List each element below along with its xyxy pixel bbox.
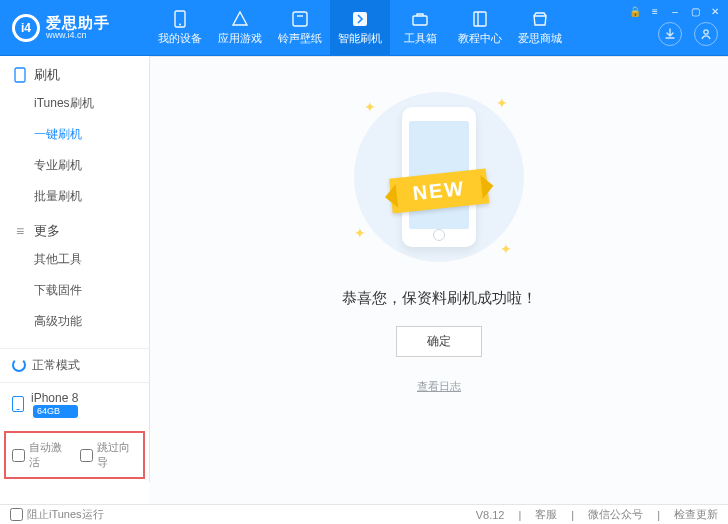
sidebar-item[interactable]: 批量刷机 — [34, 181, 149, 212]
nav-label: 智能刷机 — [338, 31, 382, 46]
header-right — [658, 22, 718, 46]
sidebar-group-title: 刷机 — [34, 66, 60, 84]
logo-text: 爱思助手 www.i4.cn — [46, 15, 110, 40]
device-storage: 64GB — [33, 405, 78, 418]
nav-item-music[interactable]: 铃声壁纸 — [270, 0, 330, 56]
svg-rect-5 — [474, 12, 486, 26]
logo-icon: i4 — [12, 14, 40, 42]
nav-item-book[interactable]: 教程中心 — [450, 0, 510, 56]
lock-icon[interactable]: 🔒 — [628, 4, 642, 18]
svg-point-6 — [704, 30, 708, 34]
sidebar-item[interactable]: 专业刷机 — [34, 150, 149, 181]
menu-icon[interactable]: ≡ — [648, 4, 662, 18]
device-text: iPhone 8 64GB — [31, 391, 78, 418]
flash-icon — [350, 10, 370, 28]
check-skip-guide[interactable]: 跳过向导 — [80, 440, 138, 470]
sidebar-footer: 正常模式 iPhone 8 64GB 自动激活 跳过向导 — [0, 348, 149, 482]
check-auto-activate[interactable]: 自动激活 — [12, 440, 70, 470]
statusbar-right: V8.12 | 客服 | 微信公众号 | 检查更新 — [476, 507, 718, 522]
check-block-itunes[interactable]: 阻止iTunes运行 — [10, 507, 104, 522]
statusbar: 阻止iTunes运行 V8.12 | 客服 | 微信公众号 | 检查更新 — [0, 504, 728, 524]
nav-item-apps[interactable]: 应用游戏 — [210, 0, 270, 56]
illustration: ✦✦✦✦ NEW — [334, 87, 544, 267]
nav: 我的设备应用游戏铃声壁纸智能刷机工具箱教程中心爱思商城 — [150, 0, 570, 56]
window-controls: 🔒 ≡ – ▢ ✕ — [628, 4, 722, 18]
nav-label: 教程中心 — [458, 31, 502, 46]
sidebar-item[interactable]: 一键刷机 — [34, 119, 149, 150]
link-support[interactable]: 客服 — [535, 507, 557, 522]
toolbox-icon — [410, 10, 430, 28]
nav-item-device[interactable]: 我的设备 — [150, 0, 210, 56]
sidebar-group-0: 刷机 — [0, 56, 149, 88]
store-icon — [530, 10, 550, 28]
more-icon: ≡ — [12, 223, 28, 239]
nav-label: 工具箱 — [404, 31, 437, 46]
nav-item-toolbox[interactable]: 工具箱 — [390, 0, 450, 56]
book-icon — [470, 10, 490, 28]
check-block-itunes-label: 阻止iTunes运行 — [27, 507, 104, 522]
account-button[interactable] — [694, 22, 718, 46]
nav-item-flash[interactable]: 智能刷机 — [330, 0, 390, 56]
device-icon — [170, 10, 190, 28]
main: ✦✦✦✦ NEW 恭喜您，保资料刷机成功啦！ 确定 查看日志 — [150, 56, 728, 504]
download-button[interactable] — [658, 22, 682, 46]
svg-rect-7 — [15, 68, 25, 82]
sidebar-item[interactable]: 下载固件 — [34, 275, 149, 306]
header: i4 爱思助手 www.i4.cn 我的设备应用游戏铃声壁纸智能刷机工具箱教程中… — [0, 0, 728, 56]
version-label: V8.12 — [476, 509, 505, 521]
sidebar-item[interactable]: iTunes刷机 — [34, 88, 149, 119]
bottom-checks: 自动激活 跳过向导 — [4, 431, 145, 479]
svg-point-1 — [179, 23, 181, 25]
phone-outline-icon — [12, 67, 28, 83]
ok-button[interactable]: 确定 — [396, 326, 482, 357]
user-icon — [700, 28, 712, 40]
link-wechat[interactable]: 微信公众号 — [588, 507, 643, 522]
device-row[interactable]: iPhone 8 64GB — [0, 382, 149, 426]
nav-item-store[interactable]: 爱思商城 — [510, 0, 570, 56]
check-auto-activate-label: 自动激活 — [29, 440, 70, 470]
success-message: 恭喜您，保资料刷机成功啦！ — [342, 289, 537, 308]
music-icon — [290, 10, 310, 28]
view-log-link[interactable]: 查看日志 — [417, 379, 461, 394]
sidebar-group-1: ≡更多 — [0, 212, 149, 244]
logo-url: www.i4.cn — [46, 31, 110, 40]
logo-brand: 爱思助手 — [46, 15, 110, 31]
device-name: iPhone 8 — [31, 391, 78, 405]
nav-label: 铃声壁纸 — [278, 31, 322, 46]
mode-label: 正常模式 — [32, 357, 80, 374]
link-update[interactable]: 检查更新 — [674, 507, 718, 522]
sidebar-item[interactable]: 高级功能 — [34, 306, 149, 337]
minimize-icon[interactable]: – — [668, 4, 682, 18]
nav-label: 爱思商城 — [518, 31, 562, 46]
svg-rect-2 — [293, 12, 307, 26]
mode-icon — [12, 358, 26, 372]
sidebar-item[interactable]: 其他工具 — [34, 244, 149, 275]
sidebar: 刷机iTunes刷机一键刷机专业刷机批量刷机≡更多其他工具下载固件高级功能 正常… — [0, 56, 150, 482]
sidebar-group-title: 更多 — [34, 222, 60, 240]
download-icon — [664, 28, 676, 40]
statusbar-left: 阻止iTunes运行 — [10, 507, 104, 522]
close-icon[interactable]: ✕ — [708, 4, 722, 18]
logo[interactable]: i4 爱思助手 www.i4.cn — [0, 14, 150, 42]
svg-rect-3 — [353, 12, 367, 26]
phone-icon — [12, 396, 24, 412]
check-skip-guide-label: 跳过向导 — [97, 440, 138, 470]
nav-label: 应用游戏 — [218, 31, 262, 46]
nav-label: 我的设备 — [158, 31, 202, 46]
maximize-icon[interactable]: ▢ — [688, 4, 702, 18]
svg-rect-4 — [413, 16, 427, 25]
apps-icon — [230, 10, 250, 28]
mode-row[interactable]: 正常模式 — [0, 348, 149, 382]
